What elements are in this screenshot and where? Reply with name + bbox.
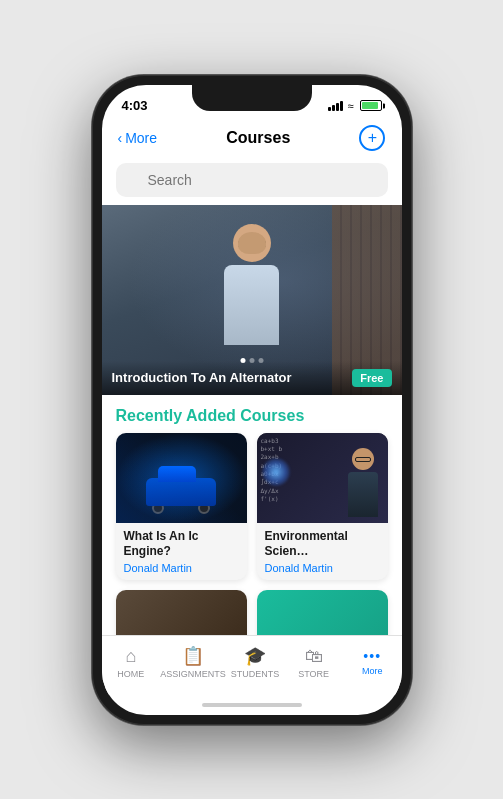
students-icon: 🎓 bbox=[244, 645, 266, 667]
tab-store[interactable]: 🛍 STORE bbox=[284, 646, 343, 679]
course-info-science: Environmental Scien… Donald Martin bbox=[257, 523, 388, 580]
phone-screen: 4:03 ≈ ‹ More Courses bbox=[102, 85, 402, 715]
science-person bbox=[343, 448, 383, 523]
tab-more-label: More bbox=[362, 666, 383, 676]
sci-glasses bbox=[355, 457, 371, 462]
course-info-engine: What Is An Ic Engine? Donald Martin bbox=[116, 523, 247, 580]
course-author-science: Donald Martin bbox=[265, 562, 380, 574]
battery-icon bbox=[360, 100, 382, 111]
tab-bar: ⌂ HOME 📋 ASSIGNMENTS 🎓 STUDENTS 🛍 STORE … bbox=[102, 635, 402, 695]
plus-icon: + bbox=[368, 129, 377, 147]
car-body bbox=[146, 478, 216, 506]
home-indicator bbox=[102, 695, 402, 715]
status-time: 4:03 bbox=[122, 98, 148, 113]
course-name-engine: What Is An Ic Engine? bbox=[124, 529, 239, 560]
course-grid-partial bbox=[102, 590, 402, 635]
course-grid: What Is An Ic Engine? Donald Martin ca+b… bbox=[102, 433, 402, 590]
hero-badge-free: Free bbox=[352, 369, 391, 387]
course-thumb-science: ca+b3 b+xt b 2ax+b a(c+b) a0+bx ∫dx+c Δy… bbox=[257, 433, 388, 523]
car-wheel-front bbox=[152, 502, 164, 514]
sphere-glow bbox=[262, 458, 290, 486]
tab-students[interactable]: 🎓 STUDENTS bbox=[226, 645, 285, 679]
wifi-icon: ≈ bbox=[347, 100, 353, 112]
course-card-partial-1[interactable] bbox=[116, 590, 247, 635]
sci-body bbox=[348, 472, 378, 517]
scroll-content[interactable]: Introduction To An Alternator Free Recen… bbox=[102, 205, 402, 635]
course-card-engine[interactable]: What Is An Ic Engine? Donald Martin bbox=[116, 433, 247, 580]
assignments-icon: 📋 bbox=[182, 645, 204, 667]
tab-assignments[interactable]: 📋 ASSIGNMENTS bbox=[160, 645, 226, 679]
phone-frame: 4:03 ≈ ‹ More Courses bbox=[92, 75, 412, 725]
tab-home[interactable]: ⌂ HOME bbox=[102, 646, 161, 679]
more-icon: ••• bbox=[363, 648, 381, 664]
car-wheels bbox=[146, 502, 216, 514]
search-container: 🔍 bbox=[102, 159, 402, 205]
tab-more[interactable]: ••• More bbox=[343, 648, 402, 676]
hero-course-title: Introduction To An Alternator bbox=[112, 370, 292, 385]
partial-thumb-2 bbox=[257, 590, 388, 635]
partial-thumb-1 bbox=[116, 590, 247, 635]
course-card-science[interactable]: ca+b3 b+xt b 2ax+b a(c+b) a0+bx ∫dx+c Δy… bbox=[257, 433, 388, 580]
search-input[interactable] bbox=[116, 163, 388, 197]
chevron-left-icon: ‹ bbox=[118, 130, 123, 146]
car-wheel-rear bbox=[198, 502, 210, 514]
home-bar bbox=[202, 703, 302, 707]
search-wrapper: 🔍 bbox=[116, 163, 388, 197]
hero-overlay: Introduction To An Alternator Free bbox=[102, 361, 402, 395]
nav-bar: ‹ More Courses + bbox=[102, 121, 402, 159]
status-icons: ≈ bbox=[328, 100, 381, 112]
back-button[interactable]: ‹ More bbox=[118, 130, 158, 146]
signal-icon bbox=[328, 101, 343, 111]
home-icon: ⌂ bbox=[125, 646, 136, 667]
person-glasses bbox=[238, 240, 266, 248]
course-thumb-engine bbox=[116, 433, 247, 523]
hero-banner[interactable]: Introduction To An Alternator Free bbox=[102, 205, 402, 395]
tab-students-label: STUDENTS bbox=[231, 669, 280, 679]
course-author-engine: Donald Martin bbox=[124, 562, 239, 574]
notch bbox=[192, 85, 312, 111]
course-card-partial-2[interactable] bbox=[257, 590, 388, 635]
engine-glow bbox=[116, 433, 247, 523]
tab-store-label: STORE bbox=[298, 669, 329, 679]
tab-assignments-label: ASSIGNMENTS bbox=[160, 669, 226, 679]
back-label: More bbox=[125, 130, 157, 146]
recently-added-section: Recently Added Courses bbox=[102, 395, 402, 635]
course-name-science: Environmental Scien… bbox=[265, 529, 380, 560]
car-illustration bbox=[146, 478, 216, 518]
tab-home-label: HOME bbox=[117, 669, 144, 679]
add-button[interactable]: + bbox=[359, 125, 385, 151]
person-head bbox=[233, 224, 271, 262]
person-body bbox=[224, 265, 279, 345]
page-title: Courses bbox=[226, 129, 290, 147]
section-title: Recently Added Courses bbox=[102, 395, 402, 433]
store-icon: 🛍 bbox=[305, 646, 323, 667]
hero-person bbox=[212, 224, 292, 364]
sci-head bbox=[352, 448, 374, 470]
